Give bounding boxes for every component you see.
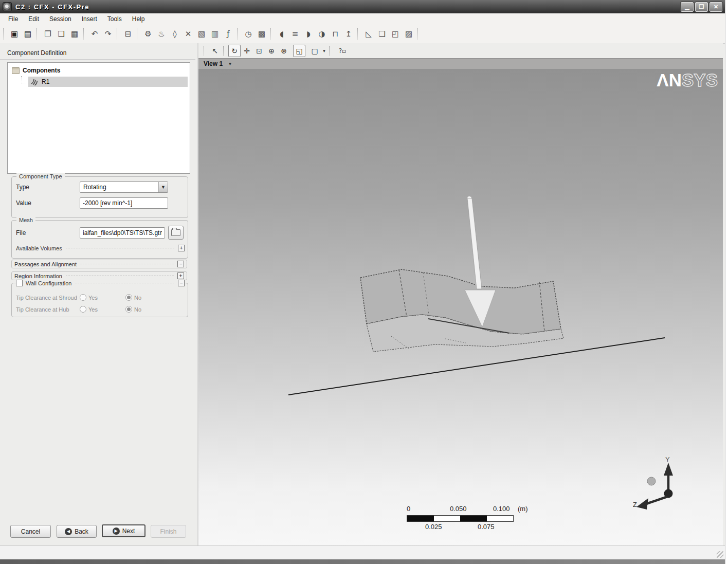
toolbar-separator [270,28,273,40]
save-button[interactable]: ▣ [8,27,21,41]
hub-no-radio[interactable] [125,306,132,313]
monitor-point-button[interactable]: ↥ [342,27,355,41]
turbo-component-icon [30,78,39,86]
toolbar-separator [117,28,119,40]
pan-tool-button[interactable]: ✛ [241,45,253,57]
report-button[interactable]: ▤ [21,27,34,41]
region-information-expander-icon[interactable]: + [177,272,184,279]
wall-configuration-expander-icon[interactable]: − [178,280,185,286]
type-dropdown-arrow-icon[interactable]: ▼ [158,182,168,192]
function-button[interactable]: ƒ [222,27,235,41]
report-template-button[interactable]: ▨ [402,27,415,41]
redo-button[interactable]: ↷ [101,27,115,41]
available-volumes-label: Available Volumes [16,245,62,251]
menu-tools[interactable]: Tools [102,14,127,24]
select-tool-button[interactable]: ↖ [209,45,221,57]
view-tab[interactable]: View 1 ▾ [198,58,723,69]
expression-button[interactable]: ✕ [181,27,195,41]
snapshot-button[interactable]: ▦ [68,27,81,41]
viewport-layout-button[interactable]: ▢ [308,45,321,57]
region-button[interactable]: ◰ [389,27,402,41]
menu-insert[interactable]: Insert [77,14,102,24]
domain-button[interactable]: ◖ [275,27,288,41]
back-button[interactable]: ◀ Back [57,525,97,538]
rotate-center-tool-button[interactable]: ◱ [293,45,305,57]
rotate-tool-button[interactable]: ↻ [228,45,241,57]
table-icon: ▥ [211,29,219,39]
solver-control-button[interactable]: ▩ [255,27,268,41]
simulation-type-button[interactable]: ◷ [242,27,255,41]
passages-alignment-expander-icon[interactable]: − [177,261,184,267]
monitor-point-icon: ↥ [345,29,352,39]
zoom-in-tool-button[interactable]: ⊕ [265,45,278,57]
tree-root-label: Components [23,67,60,74]
shroud-yes-radio[interactable] [80,294,86,301]
viewer-area: ↖ ↻ ✛ ⊡ ⊕ ⊛ ◱ ▢ ▾ ?▫ View 1 ▾ ΛNSYS [198,43,723,546]
simulation-type-icon: ◷ [245,29,251,39]
cancel-button[interactable]: Cancel [10,525,51,538]
hub-yes-radio[interactable] [80,306,86,313]
fit-view-tool-button[interactable]: ⊛ [278,45,290,57]
passages-alignment-label: Passages and Alignment [14,261,77,267]
undo-button[interactable]: ↶ [88,27,101,41]
additional-variable-button[interactable]: ◊ [168,27,181,41]
source-point-button[interactable]: ⊓ [329,27,342,41]
shroud-yes-label: Yes [88,295,125,301]
back-arrow-icon: ◀ [65,528,72,535]
next-label: Next [122,527,135,535]
user-function-button[interactable]: ▧ [195,27,208,41]
available-volumes-section[interactable]: Available Volumes + [16,245,185,251]
function-icon: ƒ [227,29,229,39]
table-button[interactable]: ▥ [208,27,222,41]
region-information-label: Region Information [14,273,62,279]
transform-mesh-button[interactable]: ❏ [375,27,389,41]
duplicate-button[interactable]: ⊟ [121,27,135,41]
finish-button[interactable]: Finish [151,525,186,538]
type-label: Type [16,184,29,191]
interface-button[interactable]: ◑ [315,27,329,41]
view-tab-chevron-icon: ▾ [229,61,231,66]
wall-configuration-group: Wall Configuration − Tip Clearance at Sh… [11,283,188,317]
tip-clearance-hub-label: Tip Clearance at Hub [16,306,80,313]
type-dropdown[interactable]: Rotating ▼ [80,181,168,193]
resize-grip[interactable] [717,551,723,558]
reaction-button[interactable]: ♨ [155,27,168,41]
maximize-button[interactable]: ❐ [695,2,708,12]
available-volumes-expander-icon[interactable]: + [178,245,185,251]
tree-row-components[interactable]: Components [8,65,190,76]
report-template-icon: ▨ [405,29,412,39]
shroud-no-radio[interactable] [125,294,132,301]
coord-frame-button[interactable]: ◺ [362,27,375,41]
probe-tool-button[interactable]: ?▫ [334,45,351,57]
material-button[interactable]: ⚙ [141,27,155,41]
boundary-button[interactable]: ≡ [288,27,302,41]
report-icon: ▤ [24,29,31,39]
viewport-3d[interactable]: ΛNSYS [198,69,723,546]
next-button[interactable]: ▶ Next [102,524,145,537]
menu-edit[interactable]: Edit [23,14,44,24]
passages-alignment-section[interactable]: Passages and Alignment − [11,260,187,268]
region-information-section[interactable]: Region Information + [11,271,187,280]
minimize-button[interactable]: ▁ [681,2,694,12]
type-dropdown-value: Rotating [80,182,158,192]
paste-session-button[interactable]: ❏ [54,27,68,41]
subdomain-button[interactable]: ◗ [302,27,315,41]
wall-configuration-checkbox[interactable] [16,280,23,286]
component-definition-panel: Component Definition Components R1 [0,43,197,546]
zoom-box-tool-button[interactable]: ⊡ [253,45,265,57]
mesh-file-input[interactable] [80,227,165,239]
menu-file[interactable]: File [3,14,23,24]
browse-mesh-button[interactable] [168,226,184,240]
reaction-icon: ♨ [158,29,165,39]
wall-configuration-header[interactable]: Wall Configuration − [16,280,185,286]
copy-session-button[interactable]: ❐ [41,27,54,41]
tree-row-r1[interactable]: R1 [8,76,190,87]
menu-help[interactable]: Help [127,14,150,24]
scale-segment-white [487,516,514,521]
hub-no-label: No [134,306,141,313]
tree-selection-highlight[interactable]: R1 [28,77,188,87]
value-input[interactable] [80,197,168,209]
menu-session[interactable]: Session [44,14,77,24]
viewport-layout-dropdown[interactable]: ▾ [321,45,327,57]
close-button[interactable]: ✕ [709,2,722,12]
